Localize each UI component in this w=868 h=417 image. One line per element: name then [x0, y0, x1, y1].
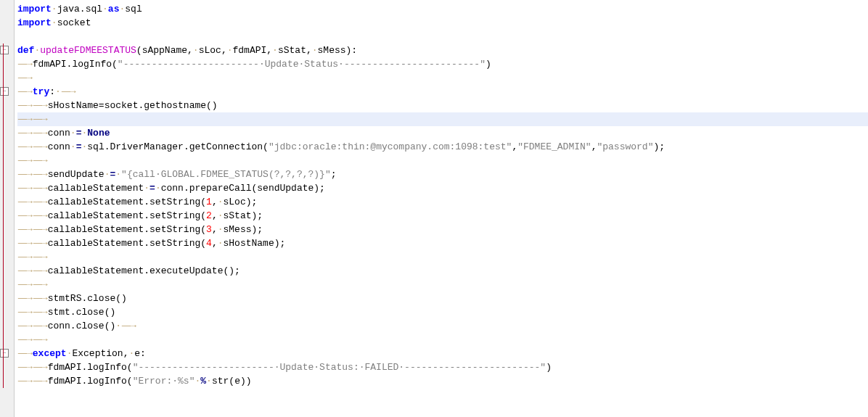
code-line[interactable]: ⸻→: [17, 71, 868, 85]
code-line[interactable]: import·java.sql·as·sql: [17, 2, 868, 16]
fold-gutter[interactable]: −−−: [0, 0, 15, 417]
code-line[interactable]: ⸻→fdmAPI.logInfo("----------------------…: [17, 57, 868, 71]
code-line[interactable]: ⸻→⸻→sendUpdate·=·"{call·GLOBAL.FDMEE_STA…: [17, 168, 868, 181]
code-line[interactable]: ⸻→⸻→: [17, 333, 868, 347]
code-line[interactable]: ⸻→⸻→callableStatement.executeUpdate();: [17, 264, 868, 278]
code-line[interactable]: ⸻→⸻→: [17, 154, 868, 168]
code-line[interactable]: ⸻→⸻→conn·=·None: [17, 126, 868, 140]
code-line[interactable]: ⸻→⸻→callableStatement.setString(3,·sMess…: [17, 223, 868, 236]
code-line[interactable]: ⸻→⸻→conn·=·sql.DriverManager.getConnecti…: [17, 140, 868, 154]
code-editor[interactable]: −−− import·java.sql·as·sqlimport·socket …: [0, 0, 868, 417]
code-line[interactable]: ⸻→⸻→conn.close()·⸻→: [17, 319, 868, 333]
code-line[interactable]: def·updateFDMEESTATUS(sAppName,·sLoc,·fd…: [17, 44, 868, 57]
code-line[interactable]: import·socket: [17, 16, 868, 30]
code-line[interactable]: ⸻→⸻→fdmAPI.logInfo("Error:·%s"·%·str(e)): [17, 374, 868, 388]
fold-toggle-icon[interactable]: −: [0, 349, 9, 358]
code-area[interactable]: import·java.sql·as·sqlimport·socket def·…: [15, 0, 868, 417]
code-line[interactable]: [17, 30, 868, 44]
fold-toggle-icon[interactable]: −: [0, 46, 9, 54]
code-line[interactable]: ⸻→⸻→callableStatement.setString(4,·sHost…: [17, 236, 868, 250]
code-line[interactable]: ⸻→⸻→callableStatement·=·conn.prepareCall…: [17, 181, 868, 195]
fold-toggle-icon[interactable]: −: [0, 87, 9, 96]
code-line[interactable]: ⸻→⸻→: [17, 250, 868, 264]
code-line[interactable]: ⸻→⸻→fdmAPI.logInfo("--------------------…: [17, 360, 868, 374]
code-line[interactable]: ⸻→⸻→stmt.close(): [17, 305, 868, 319]
code-line[interactable]: ⸻→⸻→stmtRS.close(): [17, 292, 868, 305]
code-line[interactable]: ⸻→except·Exception,·e:: [17, 347, 868, 360]
fold-guide: [3, 44, 4, 388]
code-line[interactable]: ⸻→⸻→: [17, 112, 868, 126]
code-line[interactable]: ⸻→⸻→callableStatement.setString(1,·sLoc)…: [17, 195, 868, 209]
code-line[interactable]: ⸻→⸻→: [17, 278, 868, 292]
code-line[interactable]: ⸻→try:·⸻→: [17, 85, 868, 99]
code-line[interactable]: ⸻→⸻→callableStatement.setString(2,·sStat…: [17, 209, 868, 223]
code-line[interactable]: ⸻→⸻→sHostName=socket.gethostname(): [17, 99, 868, 112]
